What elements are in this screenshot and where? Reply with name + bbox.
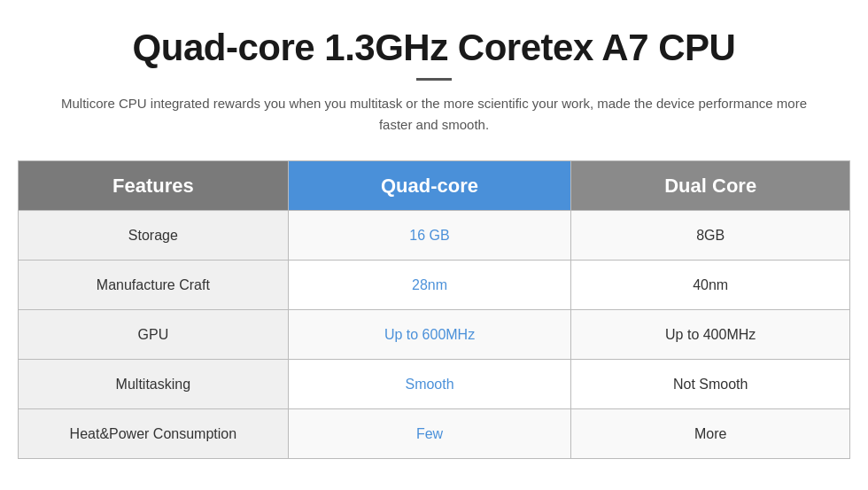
col-header-dualcore: Dual Core: [571, 161, 850, 211]
title-divider: [416, 78, 452, 81]
table-row: GPUUp to 600MHzUp to 400MHz: [19, 310, 850, 360]
cell-dual: More: [571, 409, 850, 459]
cell-quad: 28nm: [288, 261, 571, 310]
page-title: Quad-core 1.3GHz Coretex A7 CPU: [133, 27, 736, 69]
table-row: MultitaskingSmoothNot Smooth: [19, 360, 850, 409]
cell-feature: Manufacture Craft: [19, 261, 289, 310]
table-row: Heat&Power ConsumptionFewMore: [19, 409, 850, 459]
cell-feature: Multitasking: [19, 360, 289, 409]
cell-feature: GPU: [19, 310, 289, 360]
cell-quad: Few: [288, 409, 571, 459]
cell-quad: 16 GB: [288, 211, 571, 261]
cell-quad: Up to 600MHz: [288, 310, 571, 360]
subtitle: Multicore CPU integrated rewards you whe…: [53, 93, 815, 136]
cell-feature: Storage: [19, 211, 289, 261]
cell-dual: 40nm: [571, 261, 850, 310]
cell-dual: Not Smooth: [571, 360, 850, 409]
comparison-table: Features Quad-core Dual Core Storage16 G…: [18, 160, 850, 459]
cell-feature: Heat&Power Consumption: [19, 409, 289, 459]
col-header-features: Features: [19, 161, 289, 211]
table-row: Storage16 GB8GB: [19, 211, 850, 261]
table-header-row: Features Quad-core Dual Core: [19, 161, 850, 211]
cell-dual: 8GB: [571, 211, 850, 261]
table-row: Manufacture Craft28nm40nm: [19, 261, 850, 310]
cell-quad: Smooth: [288, 360, 571, 409]
col-header-quadcore: Quad-core: [288, 161, 571, 211]
cell-dual: Up to 400MHz: [571, 310, 850, 360]
